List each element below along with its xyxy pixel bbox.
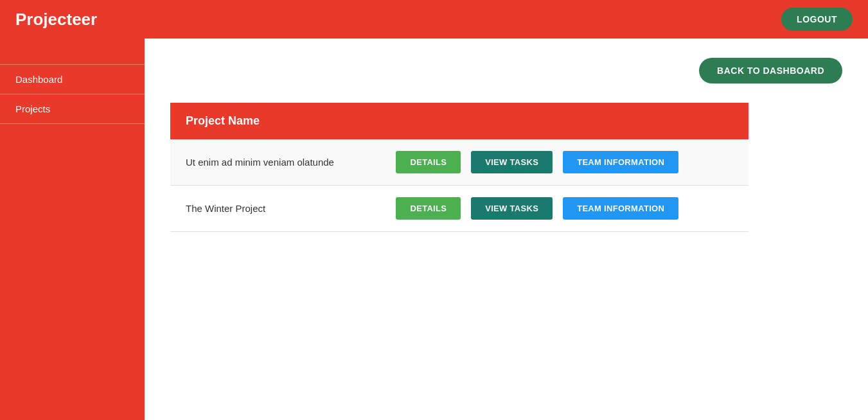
- content-area: BACK TO DASHBOARD Project Name Ut enim a…: [145, 39, 868, 420]
- projects-table: Project Name Ut enim ad minim veniam ola…: [170, 103, 748, 232]
- details-button-1[interactable]: DETAILS: [396, 151, 461, 173]
- table-header: Project Name: [170, 103, 748, 139]
- table-row: Ut enim ad minim veniam olatunde DETAILS…: [170, 139, 748, 186]
- logout-button[interactable]: LOGOUT: [781, 8, 853, 31]
- row-2-actions: DETAILS VIEW TASKS TEAM INFORMATION: [396, 197, 733, 220]
- project-name: The Winter Project: [170, 186, 380, 232]
- sidebar: Dashboard Projects: [0, 39, 145, 420]
- sidebar-item-dashboard[interactable]: Dashboard: [0, 64, 145, 94]
- team-info-button-1[interactable]: TEAM INFORMATION: [563, 151, 678, 173]
- sidebar-item-projects[interactable]: Projects: [0, 94, 145, 124]
- view-tasks-button-2[interactable]: VIEW TASKS: [471, 197, 553, 220]
- view-tasks-button-1[interactable]: VIEW TASKS: [471, 151, 553, 173]
- topbar: Projecteer LOGOUT: [0, 0, 868, 39]
- project-name: Ut enim ad minim veniam olatunde: [170, 139, 380, 186]
- back-to-dashboard-button[interactable]: BACK TO DASHBOARD: [699, 58, 842, 83]
- app-title: Projecteer: [15, 10, 97, 30]
- team-info-button-2[interactable]: TEAM INFORMATION: [563, 197, 678, 220]
- main-layout: Dashboard Projects BACK TO DASHBOARD Pro…: [0, 39, 868, 420]
- details-button-2[interactable]: DETAILS: [396, 197, 461, 220]
- back-btn-container: BACK TO DASHBOARD: [170, 58, 842, 83]
- table-row: The Winter Project DETAILS VIEW TASKS TE…: [170, 186, 748, 232]
- row-1-actions: DETAILS VIEW TASKS TEAM INFORMATION: [396, 151, 733, 173]
